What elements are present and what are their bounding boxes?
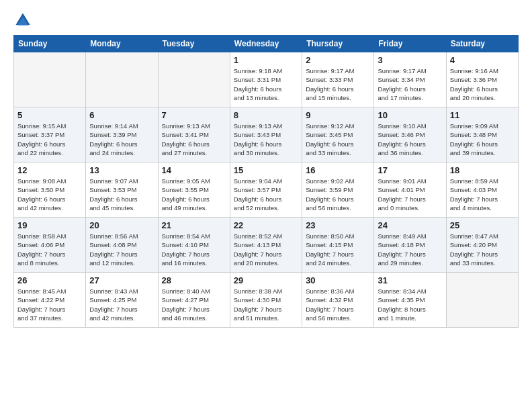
calendar-cell: 26Sunrise: 8:45 AM Sunset: 4:22 PM Dayli…: [14, 273, 86, 328]
day-info: Sunrise: 8:59 AM Sunset: 4:03 PM Dayligh…: [450, 177, 515, 212]
calendar-cell: 28Sunrise: 8:40 AM Sunset: 4:27 PM Dayli…: [158, 273, 230, 328]
calendar-cell: 3Sunrise: 9:17 AM Sunset: 3:34 PM Daylig…: [374, 52, 446, 107]
calendar-cell: 29Sunrise: 8:38 AM Sunset: 4:30 PM Dayli…: [230, 273, 302, 328]
calendar-cell: [158, 52, 230, 107]
calendar-cell: 10Sunrise: 9:10 AM Sunset: 3:46 PM Dayli…: [374, 107, 446, 163]
day-info: Sunrise: 8:34 AM Sunset: 4:35 PM Dayligh…: [378, 287, 442, 322]
calendar-cell: [14, 52, 86, 107]
day-number: 12: [17, 165, 82, 175]
day-info: Sunrise: 8:47 AM Sunset: 4:20 PM Dayligh…: [450, 232, 515, 267]
day-number: 1: [234, 55, 298, 65]
day-info: Sunrise: 9:18 AM Sunset: 3:31 PM Dayligh…: [234, 66, 298, 102]
day-number: 31: [378, 275, 442, 285]
calendar-cell: 12Sunrise: 9:08 AM Sunset: 3:50 PM Dayli…: [14, 163, 86, 218]
day-info: Sunrise: 8:38 AM Sunset: 4:30 PM Dayligh…: [234, 287, 298, 322]
logo: [13, 11, 35, 30]
calendar-week-row: 1Sunrise: 9:18 AM Sunset: 3:31 PM Daylig…: [14, 52, 519, 107]
day-number: 3: [378, 55, 442, 65]
day-info: Sunrise: 8:45 AM Sunset: 4:22 PM Dayligh…: [17, 287, 82, 322]
day-number: 10: [378, 110, 442, 120]
day-info: Sunrise: 9:01 AM Sunset: 4:01 PM Dayligh…: [378, 177, 442, 212]
calendar-cell: 8Sunrise: 9:13 AM Sunset: 3:43 PM Daylig…: [230, 107, 302, 163]
weekday-header-monday: Monday: [86, 36, 158, 52]
day-number: 28: [162, 275, 226, 285]
calendar-cell: 30Sunrise: 8:36 AM Sunset: 4:32 PM Dayli…: [302, 273, 374, 328]
calendar-cell: 22Sunrise: 8:52 AM Sunset: 4:13 PM Dayli…: [230, 218, 302, 273]
calendar-cell: 6Sunrise: 9:14 AM Sunset: 3:39 PM Daylig…: [86, 107, 158, 163]
calendar-cell: [446, 273, 518, 328]
calendar-week-row: 5Sunrise: 9:15 AM Sunset: 3:37 PM Daylig…: [14, 107, 519, 163]
day-number: 15: [234, 165, 298, 175]
calendar-cell: 7Sunrise: 9:13 AM Sunset: 3:41 PM Daylig…: [158, 107, 230, 163]
calendar-cell: 2Sunrise: 9:17 AM Sunset: 3:33 PM Daylig…: [302, 52, 374, 107]
day-number: 24: [378, 220, 442, 230]
weekday-header-saturday: Saturday: [446, 36, 518, 52]
calendar-cell: 13Sunrise: 9:07 AM Sunset: 3:53 PM Dayli…: [86, 163, 158, 218]
weekday-header-friday: Friday: [374, 36, 446, 52]
calendar-cell: 15Sunrise: 9:04 AM Sunset: 3:57 PM Dayli…: [230, 163, 302, 218]
day-info: Sunrise: 8:56 AM Sunset: 4:08 PM Dayligh…: [89, 232, 154, 267]
day-number: 8: [234, 110, 298, 120]
calendar-cell: 21Sunrise: 8:54 AM Sunset: 4:10 PM Dayli…: [158, 218, 230, 273]
day-number: 4: [450, 55, 515, 65]
logo-icon: [13, 11, 32, 30]
day-number: 14: [162, 165, 226, 175]
day-number: 19: [17, 220, 82, 230]
weekday-header-tuesday: Tuesday: [158, 36, 230, 52]
day-info: Sunrise: 8:43 AM Sunset: 4:25 PM Dayligh…: [89, 287, 154, 322]
calendar-week-row: 19Sunrise: 8:58 AM Sunset: 4:06 PM Dayli…: [14, 218, 519, 273]
day-info: Sunrise: 8:52 AM Sunset: 4:13 PM Dayligh…: [234, 232, 298, 267]
day-info: Sunrise: 9:05 AM Sunset: 3:55 PM Dayligh…: [162, 177, 226, 212]
calendar-cell: 4Sunrise: 9:16 AM Sunset: 3:36 PM Daylig…: [446, 52, 518, 107]
calendar-cell: 14Sunrise: 9:05 AM Sunset: 3:55 PM Dayli…: [158, 163, 230, 218]
weekday-header-thursday: Thursday: [302, 36, 374, 52]
day-number: 26: [17, 275, 82, 285]
page-header: [13, 11, 519, 30]
calendar-cell: 27Sunrise: 8:43 AM Sunset: 4:25 PM Dayli…: [86, 273, 158, 328]
day-info: Sunrise: 8:54 AM Sunset: 4:10 PM Dayligh…: [162, 232, 226, 267]
day-number: 2: [306, 55, 370, 65]
day-info: Sunrise: 9:13 AM Sunset: 3:41 PM Dayligh…: [162, 122, 226, 157]
day-number: 21: [162, 220, 226, 230]
calendar-cell: 17Sunrise: 9:01 AM Sunset: 4:01 PM Dayli…: [374, 163, 446, 218]
day-number: 27: [89, 275, 154, 285]
calendar-cell: 9Sunrise: 9:12 AM Sunset: 3:45 PM Daylig…: [302, 107, 374, 163]
calendar-cell: 20Sunrise: 8:56 AM Sunset: 4:08 PM Dayli…: [86, 218, 158, 273]
day-number: 23: [306, 220, 370, 230]
day-number: 25: [450, 220, 515, 230]
day-number: 30: [306, 275, 370, 285]
day-info: Sunrise: 9:04 AM Sunset: 3:57 PM Dayligh…: [234, 177, 298, 212]
day-info: Sunrise: 9:09 AM Sunset: 3:48 PM Dayligh…: [450, 122, 515, 157]
day-number: 7: [162, 110, 226, 120]
day-info: Sunrise: 9:17 AM Sunset: 3:33 PM Dayligh…: [306, 66, 370, 102]
calendar-table: SundayMondayTuesdayWednesdayThursdayFrid…: [13, 35, 519, 328]
calendar-page: SundayMondayTuesdayWednesdayThursdayFrid…: [0, 0, 532, 411]
calendar-cell: 11Sunrise: 9:09 AM Sunset: 3:48 PM Dayli…: [446, 107, 518, 163]
day-number: 29: [234, 275, 298, 285]
day-number: 18: [450, 165, 515, 175]
day-info: Sunrise: 8:50 AM Sunset: 4:15 PM Dayligh…: [306, 232, 370, 267]
day-number: 5: [17, 110, 82, 120]
day-info: Sunrise: 9:17 AM Sunset: 3:34 PM Dayligh…: [378, 66, 442, 102]
day-info: Sunrise: 9:14 AM Sunset: 3:39 PM Dayligh…: [89, 122, 154, 157]
day-number: 6: [89, 110, 154, 120]
day-info: Sunrise: 9:02 AM Sunset: 3:59 PM Dayligh…: [306, 177, 370, 212]
day-info: Sunrise: 8:40 AM Sunset: 4:27 PM Dayligh…: [162, 287, 226, 322]
calendar-cell: 1Sunrise: 9:18 AM Sunset: 3:31 PM Daylig…: [230, 52, 302, 107]
calendar-cell: [86, 52, 158, 107]
day-info: Sunrise: 9:15 AM Sunset: 3:37 PM Dayligh…: [17, 122, 82, 157]
calendar-week-row: 26Sunrise: 8:45 AM Sunset: 4:22 PM Dayli…: [14, 273, 519, 328]
day-number: 17: [378, 165, 442, 175]
day-number: 16: [306, 165, 370, 175]
calendar-cell: 16Sunrise: 9:02 AM Sunset: 3:59 PM Dayli…: [302, 163, 374, 218]
day-info: Sunrise: 9:16 AM Sunset: 3:36 PM Dayligh…: [450, 66, 515, 102]
calendar-cell: 23Sunrise: 8:50 AM Sunset: 4:15 PM Dayli…: [302, 218, 374, 273]
day-number: 22: [234, 220, 298, 230]
weekday-header-row: SundayMondayTuesdayWednesdayThursdayFrid…: [14, 36, 519, 52]
calendar-cell: 18Sunrise: 8:59 AM Sunset: 4:03 PM Dayli…: [446, 163, 518, 218]
calendar-week-row: 12Sunrise: 9:08 AM Sunset: 3:50 PM Dayli…: [14, 163, 519, 218]
day-info: Sunrise: 8:36 AM Sunset: 4:32 PM Dayligh…: [306, 287, 370, 322]
calendar-cell: 25Sunrise: 8:47 AM Sunset: 4:20 PM Dayli…: [446, 218, 518, 273]
day-info: Sunrise: 9:08 AM Sunset: 3:50 PM Dayligh…: [17, 177, 82, 212]
day-info: Sunrise: 9:13 AM Sunset: 3:43 PM Dayligh…: [234, 122, 298, 157]
